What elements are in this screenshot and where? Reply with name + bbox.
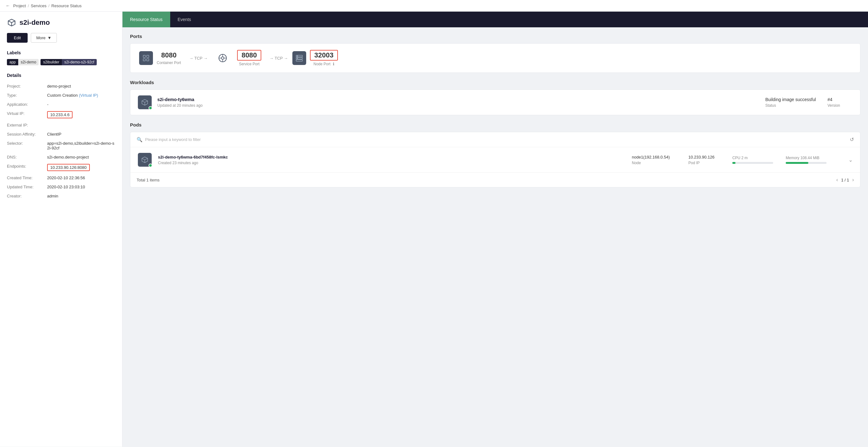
- workload-status-dot: [149, 106, 152, 110]
- workload-status: Building image successful Status: [765, 97, 822, 108]
- app-title-row: s2i-demo: [7, 18, 115, 27]
- total-items: Total 1 items: [136, 178, 159, 182]
- refresh-icon[interactable]: ↺: [850, 136, 854, 142]
- memory-progress-fill: [786, 162, 808, 164]
- container-port-number: 8080: [161, 51, 177, 59]
- info-icon: ℹ: [333, 62, 335, 66]
- labels-row: app s2i-demo s2ibuilder s2i-demo-s2i-92c…: [7, 59, 115, 65]
- filter-placeholder: Please input a keyword to filter: [145, 137, 201, 142]
- pods-footer: Total 1 items ‹ 1 / 1 ›: [130, 172, 860, 187]
- container-port-icon: [139, 51, 153, 65]
- details-title: Details: [7, 73, 115, 78]
- service-port-number: 8080: [237, 50, 261, 61]
- page-number: 1 / 1: [841, 178, 849, 182]
- detail-external-ip: External IP:: [7, 121, 115, 130]
- workloads-card: s2i-demo-ty6wma Updated at 20 minutes ag…: [130, 90, 861, 115]
- tab-events[interactable]: Events: [170, 11, 199, 27]
- service-port-block: 8080 Service Port: [237, 50, 261, 66]
- ports-card: 8080 Container Port → TCP →: [130, 43, 861, 73]
- breadcrumb-project[interactable]: Project: [13, 3, 26, 8]
- prev-page-button[interactable]: ‹: [836, 177, 838, 183]
- label-s2ibuilder: s2ibuilder s2i-demo-s2i-92cf: [40, 59, 97, 65]
- svg-point-9: [221, 57, 224, 59]
- tab-bar: Resource Status Events: [122, 11, 868, 27]
- edit-button[interactable]: Edit: [7, 33, 28, 43]
- back-button[interactable]: ←: [6, 3, 10, 8]
- cpu-progress-fill: [732, 162, 736, 164]
- pod-ip-label: Pod IP: [688, 161, 726, 165]
- detail-dns: DNS: s2i-demo.demo-project: [7, 153, 115, 162]
- server-icon: [292, 51, 306, 65]
- next-page-button[interactable]: ›: [852, 177, 854, 183]
- breadcrumb-sep2: /: [49, 3, 50, 8]
- detail-type: Type: Custom Creation (Virtual IP): [7, 91, 115, 100]
- pod-node: node1(192.168.0.54) Node: [632, 155, 682, 165]
- detail-project: Project: demo-project: [7, 82, 115, 91]
- workload-time: Updated at 20 minutes ago: [157, 103, 760, 108]
- ports-section-header: Ports: [130, 34, 861, 39]
- pod-status-dot: [149, 164, 152, 167]
- sidebar: s2i-demo Edit More ▼ Labels app s2i-demo…: [0, 11, 122, 447]
- pod-ip-value: 10.233.90.126: [688, 155, 726, 159]
- details-section: Details Project: demo-project Type: Cust…: [7, 73, 115, 200]
- memory-progress-bg: [786, 162, 827, 164]
- node-port-number: 32003: [310, 50, 338, 61]
- breadcrumb-current: Resource Status: [52, 3, 82, 8]
- pods-filter-bar: 🔍 Please input a keyword to filter ↺: [130, 132, 860, 147]
- svg-rect-7: [147, 59, 149, 61]
- workload-status-label: Status: [765, 103, 822, 108]
- content-body: Ports 8080 Container Port: [122, 27, 868, 447]
- breadcrumb-services[interactable]: Services: [31, 3, 46, 8]
- svg-line-21: [145, 101, 148, 102]
- detail-application: Application: -: [7, 100, 115, 109]
- sidebar-actions: Edit More ▼: [7, 33, 115, 43]
- pod-item: s2i-demo-ty6wma-6bd7f458fc-lsmkc Created…: [130, 147, 860, 172]
- svg-line-22: [142, 101, 145, 102]
- workload-status-text: Building image successful: [765, 97, 822, 102]
- node-port-label: Node Port ℹ: [313, 62, 334, 66]
- pagination: ‹ 1 / 1 ›: [836, 177, 854, 183]
- pods-card: 🔍 Please input a keyword to filter ↺: [130, 132, 861, 187]
- app-name: s2i-demo: [20, 19, 50, 27]
- detail-virtual-ip: Virtual IP: 10.233.4.6: [7, 109, 115, 121]
- svg-point-17: [297, 56, 298, 57]
- more-button[interactable]: More ▼: [31, 33, 57, 43]
- detail-creator: Creator: admin: [7, 191, 115, 200]
- container-port-block: 8080 Container Port: [157, 51, 181, 65]
- detail-endpoints: Endpoints: 10.233.90.126:8080: [7, 162, 115, 173]
- svg-rect-16: [296, 60, 302, 61]
- detail-updated-time: Updated Time: 2020-02-10 23:03:10: [7, 182, 115, 191]
- workload-version-num: #4: [828, 97, 852, 102]
- arrow1: → TCP →: [189, 56, 208, 61]
- pod-name[interactable]: s2i-demo-ty6wma-6bd7f458fc-lsmkc: [158, 155, 626, 159]
- pod-expand-button[interactable]: ⌄: [848, 157, 852, 163]
- svg-rect-4: [143, 55, 146, 58]
- svg-rect-5: [147, 55, 149, 58]
- tab-resource-status[interactable]: Resource Status: [122, 11, 170, 27]
- container-port-label: Container Port: [157, 61, 181, 65]
- content-area: Resource Status Events Ports: [122, 11, 868, 447]
- svg-line-25: [145, 158, 148, 160]
- node-port-block: 32003 Node Port ℹ: [310, 50, 338, 66]
- workload-info: s2i-demo-ty6wma Updated at 20 minutes ag…: [157, 97, 760, 108]
- labels-section: Labels app s2i-demo s2ibuilder s2i-demo-…: [7, 50, 115, 65]
- detail-session-affinity: Session Affinity: ClientIP: [7, 130, 115, 139]
- labels-title: Labels: [7, 50, 115, 55]
- pod-cpu: CPU 2 m: [732, 156, 779, 164]
- pod-memory-label: Memory 108.44 MiB: [786, 156, 842, 160]
- workload-name[interactable]: s2i-demo-ty6wma: [157, 97, 760, 102]
- label-app: app s2i-demo: [7, 59, 39, 65]
- pod-ip: 10.233.90.126 Pod IP: [688, 155, 726, 165]
- pod-node-label: Node: [632, 161, 682, 165]
- svg-line-26: [142, 158, 145, 160]
- arrow2: → TCP →: [270, 56, 288, 61]
- pod-icon: [138, 153, 152, 167]
- svg-rect-6: [143, 59, 146, 61]
- filter-input-area[interactable]: 🔍 Please input a keyword to filter: [136, 137, 201, 142]
- service-port-label: Service Port: [239, 62, 259, 66]
- pods-section-header: Pods: [130, 122, 861, 127]
- pod-memory: Memory 108.44 MiB: [786, 156, 842, 164]
- chevron-down-icon: ▼: [48, 35, 52, 40]
- svg-point-18: [297, 58, 298, 59]
- cpu-progress-bg: [732, 162, 773, 164]
